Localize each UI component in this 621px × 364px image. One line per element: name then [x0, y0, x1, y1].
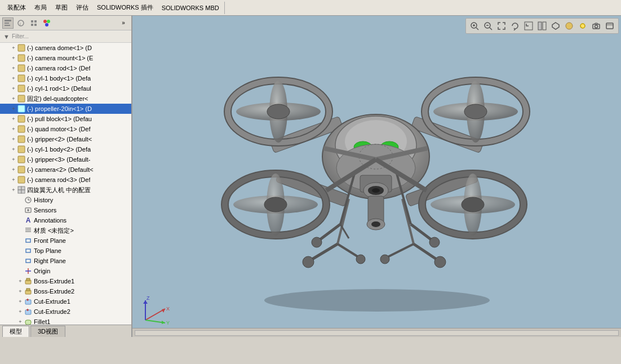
tree-item-origin[interactable]: Origin: [0, 266, 131, 276]
tree-item-config[interactable]: + 四旋翼无人机 中的配置: [0, 185, 131, 195]
toolbar-btn-evaluate[interactable]: 评估: [72, 2, 92, 14]
tree-item-pull-block[interactable]: + (-) pull block<1> (Defau: [0, 114, 131, 124]
svg-rect-29: [21, 190, 25, 193]
tab-model[interactable]: 模型: [2, 326, 29, 337]
tree-item-camera-mount[interactable]: + (-) camera mount<1> (E: [0, 53, 131, 63]
tree-item-cut-extrude1[interactable]: + Cut-Extrude1: [0, 296, 131, 307]
svg-rect-13: [18, 55, 25, 61]
tree-item-fillet1[interactable]: + Fillet1: [0, 317, 131, 325]
svg-rect-47: [25, 300, 31, 304]
config-icon: [17, 185, 26, 194]
tree-item-cyl1-body[interactable]: + (-) cyl-1 body<1> (Defa: [0, 73, 131, 83]
expand-icon[interactable]: +: [10, 55, 17, 61]
tree-item-label: (-) propeller-20in<1> (D: [27, 105, 92, 112]
expand-icon[interactable]: +: [10, 75, 17, 82]
tree-item-front-plane[interactable]: Front Plane: [0, 236, 131, 246]
toolbar-btn-assemble[interactable]: 装配体: [3, 2, 30, 14]
tree-item-camera-rod[interactable]: + (-) camera rod<1> (Def: [0, 63, 131, 73]
expand-icon[interactable]: +: [10, 105, 17, 112]
canvas-area[interactable]: X Y Z: [132, 16, 621, 337]
filter-icon: ▼: [3, 33, 10, 40]
panel-btn-expand[interactable]: »: [118, 17, 129, 29]
tree-item-gripper3[interactable]: + (-) gripper<3> (Default-: [0, 154, 131, 165]
tree-item-annotations[interactable]: A Annotations: [0, 215, 131, 225]
expand-icon[interactable]: +: [10, 136, 17, 143]
expand-icon[interactable]: +: [10, 85, 17, 92]
svg-rect-46: [26, 288, 30, 291]
expand-icon[interactable]: +: [10, 166, 17, 173]
svg-marker-40: [26, 259, 30, 263]
tree-item-sensors[interactable]: Sensors: [0, 205, 131, 215]
main-layout: i » ▼ Filter... + (-) camera dome<1> (D: [0, 16, 621, 337]
toolbar-btn-sketch[interactable]: 草图: [51, 2, 72, 14]
part-icon: [17, 135, 26, 144]
hscroll-track[interactable]: [135, 330, 619, 336]
tree-item-cut-extrude2[interactable]: + Cut-Extrude2: [0, 307, 131, 317]
toolbar-btn-sw-mbd[interactable]: SOLIDWORKS MBD: [158, 3, 223, 13]
fillet-icon: [24, 317, 33, 325]
expand-icon[interactable]: +: [17, 298, 24, 305]
tree-item-del-quadcopter[interactable]: + 固定) del-quadcopter<: [0, 94, 131, 104]
tree-item-label: Origin: [34, 268, 50, 274]
expand-icon[interactable]: +: [10, 45, 17, 51]
toolbar-btn-layout[interactable]: 布局: [30, 2, 51, 14]
svg-point-10: [47, 20, 50, 23]
svg-rect-14: [18, 65, 25, 72]
tree-item-label: (-) cyl-1 rod<1> (Defaul: [27, 85, 91, 92]
tree-container[interactable]: + (-) camera dome<1> (D + (-) camera mou…: [0, 43, 131, 325]
expand-icon[interactable]: +: [17, 288, 24, 295]
part-icon: [17, 165, 26, 174]
panel-btn-color[interactable]: [41, 17, 52, 29]
tree-item-history[interactable]: History: [0, 195, 131, 205]
expand-icon[interactable]: +: [10, 95, 17, 102]
expand-icon: [17, 247, 24, 254]
expand-icon[interactable]: +: [17, 318, 24, 325]
bottom-tabs: 模型 3D视图: [0, 325, 131, 337]
tree-item-top-plane[interactable]: Top Plane: [0, 246, 131, 256]
tree-item-label: (-) gripper<2> (Default<: [27, 136, 92, 143]
tree-item-label: Front Plane: [34, 237, 66, 244]
drone-display: [132, 16, 621, 326]
svg-point-96: [267, 104, 290, 119]
toolbar-btn-sw-plugins[interactable]: SOLIDWORKS 插件: [93, 2, 157, 14]
expand-icon[interactable]: +: [10, 156, 17, 163]
expand-icon[interactable]: +: [10, 146, 17, 153]
panel-btn-tree[interactable]: [2, 17, 14, 29]
tree-item-right-plane[interactable]: Right Plane: [0, 256, 131, 266]
tree-item-boss-extrude1[interactable]: + Boss-Extrude1: [0, 276, 131, 286]
tree-item-quad-motor[interactable]: + (-) quad motor<1> (Def: [0, 124, 131, 134]
svg-rect-28: [18, 190, 21, 193]
expand-icon[interactable]: +: [10, 187, 17, 193]
expand-icon: [17, 207, 24, 214]
expand-icon[interactable]: +: [17, 278, 24, 285]
expand-icon[interactable]: +: [10, 65, 17, 72]
svg-point-116: [303, 256, 314, 268]
tree-item-label: Fillet1: [34, 318, 50, 325]
part-icon: [17, 84, 26, 93]
svg-point-3: [18, 20, 24, 26]
svg-rect-50: [25, 310, 31, 314]
panel-btn-properties[interactable]: i: [15, 17, 26, 29]
tree-item-cyl1-body2[interactable]: + (-) cyl-1 body<2> (Defa: [0, 144, 131, 154]
expand-icon[interactable]: +: [10, 116, 17, 122]
svg-rect-7: [31, 24, 33, 26]
expand-icon[interactable]: +: [17, 308, 24, 315]
tab-3dview[interactable]: 3D视图: [30, 326, 65, 337]
svg-point-117: [356, 255, 365, 264]
tree-item-material[interactable]: 材质 <未指定>: [0, 225, 131, 236]
tree-item-camera-dome[interactable]: + (-) camera dome<1> (D: [0, 43, 131, 53]
top-toolbar: 装配体 布局 草图 评估 SOLIDWORKS 插件 SOLIDWORKS MB…: [0, 0, 621, 16]
tree-item-camera2[interactable]: + (-) camera<2> (Default<: [0, 165, 131, 175]
filter-row: ▼ Filter...: [0, 30, 131, 43]
panel-btn-config[interactable]: [28, 17, 39, 29]
tree-item-boss-extrude2[interactable]: + Boss-Extrude2: [0, 286, 131, 296]
expand-icon[interactable]: +: [10, 176, 17, 183]
tree-item-gripper2[interactable]: + (-) gripper<2> (Default<: [0, 134, 131, 144]
expand-icon[interactable]: +: [10, 126, 17, 132]
tree-item-camera-rod3[interactable]: + (-) camera rod<3> (Def: [0, 175, 131, 185]
part-icon: [17, 104, 26, 113]
tree-item-cyl1-rod[interactable]: + (-) cyl-1 rod<1> (Defaul: [0, 83, 131, 94]
svg-point-9: [43, 20, 47, 23]
tree-item-propeller-20in[interactable]: + (-) propeller-20in<1> (D: [0, 104, 131, 114]
canvas-hscroll[interactable]: [132, 328, 621, 337]
